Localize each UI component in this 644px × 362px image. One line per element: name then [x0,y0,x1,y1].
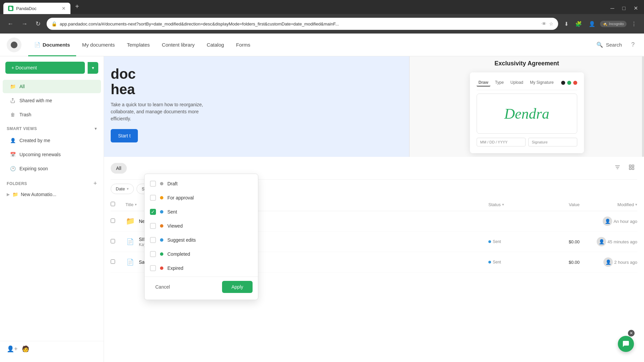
menu-button[interactable]: ⋮ [629,19,639,29]
status-option-draft[interactable]: Draft [145,177,258,191]
sig-tool-my-signature[interactable]: My Signature [528,79,556,86]
sidebar-item-all[interactable]: 📁 All [3,80,101,93]
sig-tool-draw[interactable]: Draw [477,79,490,86]
new-document-dropdown-button[interactable]: ▾ [88,62,98,74]
status-option-suggest-edits[interactable]: Suggest edits [145,233,258,247]
status-option-for-approval[interactable]: For approval [145,191,258,205]
sidebar-item-upcoming-renewals[interactable]: 📅 Upcoming renewals [3,148,101,161]
select-all-input[interactable] [111,202,115,206]
date-field-label: MM / DD / YYYY [480,140,508,144]
suggest-edits-checkbox[interactable] [150,237,156,243]
folders-header: FOLDERS + [0,176,104,189]
share-icon [9,97,16,104]
sig-tools: Draw Type Upload My Signature [477,79,577,90]
chat-button[interactable] [618,336,634,352]
help-button[interactable]: ? [629,39,637,51]
select-all-checkbox[interactable] [111,201,121,207]
nav-item-templates[interactable]: Templates [121,34,156,56]
chat-close-button[interactable]: ✕ [628,330,635,337]
sig-tool-upload[interactable]: Upload [508,79,525,86]
refresh-button[interactable]: ↻ [34,18,43,29]
new-tab-button[interactable]: + [72,1,83,12]
download-button[interactable]: ⬇ [562,19,571,29]
user-avatar[interactable]: 🧑 [22,345,29,353]
row-checkbox-1[interactable] [111,218,121,224]
date-filter-button[interactable]: Date ▾ [111,184,134,194]
sig-tool-type[interactable]: Type [493,79,506,86]
view-toggle-button[interactable] [626,162,637,175]
svg-point-0 [11,42,17,48]
window-controls: ─ □ ✕ [608,4,641,13]
row-check-input-2[interactable] [111,239,115,243]
folder-row-icon: 📁 [125,216,135,227]
draft-checkbox[interactable] [150,181,156,187]
person-icon: 👤 [9,137,16,144]
filter-tab-all[interactable]: All [111,163,127,174]
nav-icons: ⬇ 🧩 👤 🕵 Incognito ⋮ [562,19,639,29]
sidebar-item-expiring-soon[interactable]: 🕐 Expiring soon [3,162,101,175]
active-tab[interactable]: PandaDoc ✕ [3,3,70,14]
sort-icon-button[interactable] [612,162,623,175]
modified-column-header[interactable]: Modified ▾ [584,202,637,207]
search-icon: 🔍 [596,42,603,48]
nav-item-catalog[interactable]: Catalog [201,34,230,56]
tab-close-button[interactable]: ✕ [62,6,66,11]
viewed-checkbox[interactable] [150,223,156,229]
back-button[interactable]: ← [5,18,15,29]
apply-filter-button[interactable]: Apply [222,281,253,293]
add-user-icon[interactable]: 👤+ [7,345,18,353]
row-checkbox-3[interactable] [111,259,121,265]
nav-item-content-library[interactable]: Content library [156,34,201,56]
nav-item-documents[interactable]: 📄 Documents [28,34,76,56]
smart-views-toggle[interactable]: ▾ [95,126,97,131]
color-black[interactable] [561,81,565,85]
for-approval-dot [160,196,163,199]
sidebar-item-shared[interactable]: Shared with me [3,94,101,107]
document-icon: 📄 [126,258,134,266]
sidebar-bottom: 👤+ 🧑 [0,341,104,357]
forward-button[interactable]: → [19,18,30,29]
status-option-completed[interactable]: Completed [145,247,258,261]
color-red[interactable] [573,81,577,85]
sent-checkbox[interactable]: ✓ [150,209,156,215]
minimize-button[interactable]: ─ [608,4,617,13]
cancel-filter-button[interactable]: Cancel [150,282,175,292]
folder-icon: 📁 [12,192,18,197]
row-checkbox-2[interactable] [111,239,121,245]
nav-item-forms[interactable]: Forms [230,34,257,56]
add-folder-button[interactable]: + [93,180,97,187]
status-column-header[interactable]: Status ▾ [488,202,542,207]
promo-title: doc hea [111,66,218,97]
sidebar-actions: + Document ▾ [0,62,104,79]
dropdown-actions: Cancel Apply [145,277,258,297]
sidebar-item-trash[interactable]: 🗑 Trash [3,108,101,121]
viewed-dot [160,224,163,228]
row-modified-3: 👤 2 hours ago [584,257,637,267]
status-option-viewed[interactable]: Viewed [145,219,258,233]
nav-item-my-documents[interactable]: My documents [76,34,121,56]
svg-rect-5 [629,165,631,167]
extensions-button[interactable]: 🧩 [573,19,584,29]
maximize-button[interactable]: □ [620,4,628,13]
address-bar[interactable]: 🔒 app.pandadoc.com/a/#/documents-next?so… [47,18,558,30]
all-folder-icon: 📁 [9,83,16,90]
sidebar-item-created-by-me[interactable]: 👤 Created by me [3,134,101,147]
expired-checkbox[interactable] [150,265,156,271]
status-badge-2: Sent [488,239,501,244]
scrollbar[interactable] [642,56,644,157]
color-green[interactable] [567,81,571,85]
new-document-button[interactable]: + Document [5,62,85,74]
for-approval-checkbox[interactable] [150,195,156,201]
profile-button[interactable]: 👤 [587,19,597,29]
completed-checkbox[interactable] [150,251,156,257]
close-window-button[interactable]: ✕ [631,4,641,13]
row-check-input-1[interactable] [111,219,115,223]
row-check-input-3[interactable] [111,259,115,264]
status-option-expired[interactable]: Expired [145,261,258,275]
promo-cta-button[interactable]: Start t [111,129,138,142]
folder-item-new-automation[interactable]: ▶ 📁 New Automatio... [0,189,104,200]
search-button[interactable]: 🔍 Search [592,39,626,51]
title-sort-icon: ▾ [135,202,137,207]
status-option-sent[interactable]: ✓ Sent [145,205,258,219]
signature-input-area[interactable]: Dendra [477,94,577,134]
